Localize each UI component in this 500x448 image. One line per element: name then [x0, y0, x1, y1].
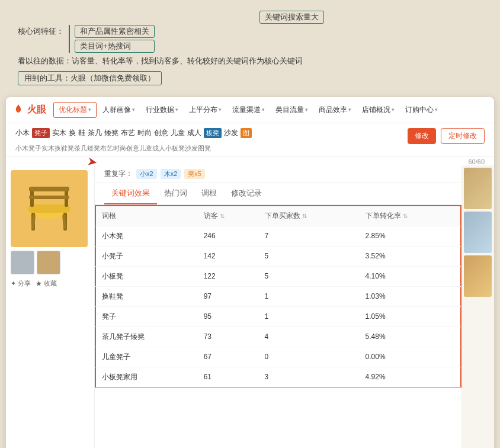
right-sidebar [461, 165, 494, 448]
table-row: 换鞋凳 97 1 1.03% [96, 286, 461, 306]
keyword-table-body: 小木凳 246 7 2.85% 小凳子 142 5 3.52% 小板凳 122 … [96, 226, 461, 387]
chair-illustration [20, 179, 79, 238]
sort-icon-rate: ⇅ [403, 213, 408, 219]
cell-word: 小板凳 [96, 266, 198, 286]
tab-hot-words[interactable]: 热门词 [157, 183, 194, 204]
browser-window: 火眼 优化标题 ▾ 人群画像 ▾ 行业数据 ▾ 上平分布 ▾ 流量渠道 ▾ 类目… [6, 97, 494, 448]
tag-chaji: 茶几 [88, 128, 102, 138]
nav-item-platform[interactable]: 上平分布 ▾ [184, 103, 226, 117]
cell-word: 小板凳家用 [96, 367, 198, 387]
cell-visitors: 246 [198, 226, 259, 246]
annotation-section: 关键词搜索量大 核心词特征： 和产品属性紧密相关 类目词+热搜词 看以往的数据：… [0, 0, 500, 97]
repeat-words-label: 重复字： [104, 169, 133, 179]
nav-item-industry[interactable]: 行业数据 ▾ [141, 103, 183, 117]
cell-word: 换鞋凳 [96, 286, 198, 306]
timed-edit-button[interactable]: 定时修改 [441, 128, 485, 144]
table-header-row: 词根 访客 ⇅ 下单买家数 ⇅ 下单转化率 [96, 206, 461, 226]
chevron-icon: ▾ [132, 107, 135, 113]
nav-item-product-effect[interactable]: 商品效率 ▾ [314, 103, 356, 117]
cell-visitors: 122 [198, 266, 259, 286]
nav-item-shop-overview[interactable]: 店铺概况 ▾ [357, 103, 399, 117]
repeat-words-bar: 重复字： 小x2 木x2 凳x5 [95, 165, 461, 183]
cell-orders: 7 [259, 226, 360, 246]
cell-rate: 3.52% [360, 246, 461, 266]
tag-shishang: 时尚 [137, 128, 152, 138]
chevron-icon: ▾ [219, 107, 222, 113]
sidebar-thumb-3 [464, 255, 492, 297]
repeat-tag-xiao[interactable]: 小x2 [136, 169, 157, 179]
tag-xie: 鞋 [78, 128, 85, 138]
tab-adjust[interactable]: 调根 [194, 183, 224, 204]
bullet-category-hot: 类目词+热搜词 [75, 40, 155, 53]
cell-word: 小凳子 [96, 246, 198, 266]
cell-orders: 4 [259, 327, 360, 347]
cell-visitors: 67 [198, 347, 259, 367]
product-thumbnails [11, 251, 89, 274]
thumbnail-2[interactable] [37, 251, 60, 274]
svg-rect-9 [29, 196, 69, 199]
tag-chengren: 成人 [187, 128, 201, 138]
cell-rate: 4.92% [360, 367, 461, 387]
repeat-tag-deng[interactable]: 凳x5 [184, 169, 205, 179]
share-action[interactable]: ✦ 分享 [11, 279, 31, 288]
cell-word: 小木凳 [96, 226, 198, 246]
bullet-product-related: 和产品属性紧密相关 [75, 25, 155, 38]
cell-visitors: 95 [198, 306, 259, 327]
favorite-action[interactable]: ★ 收藏 [36, 279, 57, 288]
tag-bandeng: 板凳 [204, 128, 222, 138]
nav-item-category[interactable]: 类目流量 ▾ [271, 103, 313, 117]
chevron-icon: ▾ [262, 107, 265, 113]
cell-orders: 1 [259, 306, 360, 327]
tag-shafa: 沙发 [224, 128, 238, 138]
col-header-visitors[interactable]: 访客 ⇅ [198, 206, 259, 226]
keyword-table-container[interactable]: 词根 访客 ⇅ 下单买家数 ⇅ 下单转化率 [95, 205, 461, 388]
cell-visitors: 61 [198, 367, 259, 387]
title-area: 小木 凳子 实木 换 鞋 茶几 矮凳 布艺 时尚 创意 儿童 成人 板凳 沙发 … [6, 123, 494, 157]
table-row: 小凳子 142 5 3.52% [96, 246, 461, 266]
col-header-word: 词根 [96, 206, 198, 226]
table-row: 茶几凳子矮凳 73 4 5.48% [96, 327, 461, 347]
product-area: ✦ 分享 ★ 收藏 [6, 165, 95, 448]
chevron-icon: ▾ [392, 107, 395, 113]
tag-aideng: 矮凳 [104, 128, 118, 138]
cell-word: 茶几凳子矮凳 [96, 327, 198, 347]
nav-item-optimize-title[interactable]: 优化标题 ▾ [53, 102, 97, 118]
cell-rate: 5.48% [360, 327, 461, 347]
tag-chuangyi: 创意 [154, 128, 168, 138]
data-tabs: 关键词效果 热门词 调根 修改记录 [95, 183, 461, 205]
cell-word: 凳子 [96, 306, 198, 327]
tab-edit-history[interactable]: 修改记录 [224, 183, 269, 204]
edit-button[interactable]: 修改 [408, 128, 436, 144]
data-area: 重复字： 小x2 木x2 凳x5 关键词效果 热门词 调根 修改记录 词 [95, 165, 461, 448]
cell-orders: 3 [259, 367, 360, 387]
navbar: 火眼 优化标题 ▾ 人群画像 ▾ 行业数据 ▾ 上平分布 ▾ 流量渠道 ▾ 类目… [6, 97, 494, 123]
cell-rate: 0.00% [360, 347, 461, 367]
sort-icon-orders: ⇅ [302, 213, 307, 219]
cell-rate: 2.85% [360, 226, 461, 246]
nav-item-order-center[interactable]: 订购中心 ▾ [400, 103, 443, 117]
cell-rate: 1.05% [360, 306, 461, 327]
tag-ertong: 儿童 [171, 128, 185, 138]
col-header-rate[interactable]: 下单转化率 ⇅ [360, 206, 461, 226]
chevron-icon: ▾ [305, 107, 308, 113]
tab-keyword-effect[interactable]: 关键词效果 [104, 183, 157, 204]
table-row: 儿童凳子 67 0 0.00% [96, 347, 461, 367]
col-header-orders[interactable]: 下单买家数 ⇅ [259, 206, 360, 226]
product-actions: ✦ 分享 ★ 收藏 [11, 279, 89, 288]
thumbnail-1[interactable] [11, 251, 34, 274]
cell-word: 儿童凳子 [96, 347, 198, 367]
nav-item-traffic[interactable]: 流量渠道 ▾ [227, 103, 270, 117]
chevron-icon: ▾ [435, 107, 438, 113]
tag-tu: 图 [241, 128, 252, 138]
tag-buyi: 布艺 [121, 128, 135, 138]
table-row: 小板凳家用 61 3 4.92% [96, 367, 461, 387]
nav-item-audience[interactable]: 人群画像 ▾ [98, 103, 140, 117]
repeat-tag-mu[interactable]: 木x2 [161, 169, 181, 179]
chevron-icon: ▾ [348, 107, 351, 113]
nav-logo: 火眼 [12, 103, 46, 116]
cell-orders: 5 [259, 246, 360, 266]
keyword-table: 词根 访客 ⇅ 下单买家数 ⇅ 下单转化率 [95, 206, 461, 388]
tag-dengzi: 凳子 [32, 128, 50, 138]
sort-icon-visitors: ⇅ [220, 213, 225, 219]
tag-shimu: 实木 [52, 128, 66, 138]
